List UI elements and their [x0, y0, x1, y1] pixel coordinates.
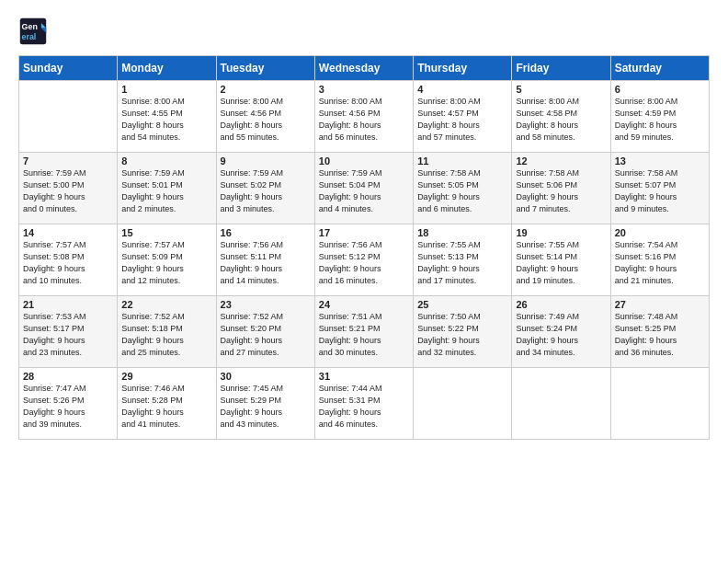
- day-info: Sunrise: 7:59 AM Sunset: 5:01 PM Dayligh…: [121, 167, 211, 215]
- day-info: Sunrise: 8:00 AM Sunset: 4:56 PM Dayligh…: [221, 96, 311, 144]
- day-info: Sunrise: 7:55 AM Sunset: 5:13 PM Dayligh…: [417, 239, 507, 287]
- calendar-cell: 29Sunrise: 7:46 AM Sunset: 5:28 PM Dayli…: [118, 368, 216, 440]
- day-number: 14: [23, 227, 113, 238]
- day-info: Sunrise: 8:00 AM Sunset: 4:58 PM Dayligh…: [516, 96, 606, 144]
- calendar-cell: 18Sunrise: 7:55 AM Sunset: 5:13 PM Dayli…: [414, 224, 512, 296]
- calendar-cell: [512, 368, 610, 440]
- calendar-cell: 30Sunrise: 7:45 AM Sunset: 5:29 PM Dayli…: [216, 368, 314, 440]
- day-info: Sunrise: 7:49 AM Sunset: 5:24 PM Dayligh…: [516, 311, 606, 359]
- day-info: Sunrise: 7:56 AM Sunset: 5:11 PM Dayligh…: [221, 239, 311, 287]
- day-number: 20: [615, 227, 705, 238]
- calendar-table: SundayMondayTuesdayWednesdayThursdayFrid…: [18, 55, 710, 440]
- day-number: 11: [417, 155, 507, 167]
- day-info: Sunrise: 8:00 AM Sunset: 4:57 PM Dayligh…: [417, 96, 507, 144]
- calendar-cell: 2Sunrise: 8:00 AM Sunset: 4:56 PM Daylig…: [216, 81, 314, 153]
- week-row-3: 14Sunrise: 7:57 AM Sunset: 5:08 PM Dayli…: [19, 224, 710, 296]
- col-header-thursday: Thursday: [414, 56, 512, 81]
- day-info: Sunrise: 7:57 AM Sunset: 5:08 PM Dayligh…: [23, 239, 113, 287]
- calendar-cell: 1Sunrise: 8:00 AM Sunset: 4:55 PM Daylig…: [118, 81, 216, 153]
- day-info: Sunrise: 7:55 AM Sunset: 5:14 PM Dayligh…: [516, 239, 606, 287]
- calendar-cell: 24Sunrise: 7:51 AM Sunset: 5:21 PM Dayli…: [314, 296, 413, 368]
- day-info: Sunrise: 7:44 AM Sunset: 5:31 PM Dayligh…: [319, 383, 409, 431]
- svg-text:Gen: Gen: [22, 22, 38, 31]
- calendar-cell: 9Sunrise: 7:59 AM Sunset: 5:02 PM Daylig…: [216, 153, 314, 224]
- day-info: Sunrise: 7:59 AM Sunset: 5:04 PM Dayligh…: [319, 167, 409, 215]
- day-number: 1: [121, 84, 211, 95]
- col-header-wednesday: Wednesday: [314, 56, 413, 81]
- calendar-cell: [610, 368, 709, 440]
- day-info: Sunrise: 7:54 AM Sunset: 5:16 PM Dayligh…: [615, 239, 705, 287]
- day-number: 19: [516, 227, 606, 238]
- day-info: Sunrise: 7:53 AM Sunset: 5:17 PM Dayligh…: [23, 311, 113, 359]
- calendar-cell: 23Sunrise: 7:52 AM Sunset: 5:20 PM Dayli…: [216, 296, 314, 368]
- day-number: 23: [221, 299, 311, 310]
- day-number: 15: [121, 227, 211, 238]
- svg-text:eral: eral: [22, 32, 37, 41]
- calendar-cell: 13Sunrise: 7:58 AM Sunset: 5:07 PM Dayli…: [610, 153, 709, 224]
- calendar-cell: 15Sunrise: 7:57 AM Sunset: 5:09 PM Dayli…: [118, 224, 216, 296]
- day-number: 27: [615, 299, 705, 310]
- day-number: 9: [221, 155, 311, 167]
- day-number: 10: [319, 155, 409, 167]
- calendar-cell: 14Sunrise: 7:57 AM Sunset: 5:08 PM Dayli…: [19, 224, 118, 296]
- day-number: 18: [417, 227, 507, 238]
- col-header-saturday: Saturday: [610, 56, 709, 81]
- day-info: Sunrise: 7:58 AM Sunset: 5:05 PM Dayligh…: [417, 167, 507, 215]
- calendar-cell: 17Sunrise: 7:56 AM Sunset: 5:12 PM Dayli…: [314, 224, 413, 296]
- day-number: 2: [221, 84, 311, 95]
- week-row-2: 7Sunrise: 7:59 AM Sunset: 5:00 PM Daylig…: [19, 153, 710, 224]
- day-info: Sunrise: 7:48 AM Sunset: 5:25 PM Dayligh…: [615, 311, 705, 359]
- calendar-cell: 31Sunrise: 7:44 AM Sunset: 5:31 PM Dayli…: [314, 368, 413, 440]
- calendar-cell: 19Sunrise: 7:55 AM Sunset: 5:14 PM Dayli…: [512, 224, 610, 296]
- day-info: Sunrise: 7:59 AM Sunset: 5:02 PM Dayligh…: [221, 167, 311, 215]
- day-info: Sunrise: 7:52 AM Sunset: 5:18 PM Dayligh…: [121, 311, 211, 359]
- day-number: 22: [121, 299, 211, 310]
- logo-icon: Gen eral: [18, 17, 48, 46]
- col-header-sunday: Sunday: [19, 56, 118, 81]
- calendar-cell: 3Sunrise: 8:00 AM Sunset: 4:56 PM Daylig…: [314, 81, 413, 153]
- day-number: 26: [516, 299, 606, 310]
- calendar-cell: [414, 368, 512, 440]
- week-row-5: 28Sunrise: 7:47 AM Sunset: 5:26 PM Dayli…: [19, 368, 710, 440]
- day-info: Sunrise: 8:00 AM Sunset: 4:59 PM Dayligh…: [615, 96, 705, 144]
- day-number: 17: [319, 227, 409, 238]
- day-info: Sunrise: 8:00 AM Sunset: 4:55 PM Dayligh…: [121, 96, 211, 144]
- calendar-cell: 7Sunrise: 7:59 AM Sunset: 5:00 PM Daylig…: [19, 153, 118, 224]
- day-number: 12: [516, 155, 606, 167]
- day-info: Sunrise: 7:57 AM Sunset: 5:09 PM Dayligh…: [121, 239, 211, 287]
- day-info: Sunrise: 8:00 AM Sunset: 4:56 PM Dayligh…: [319, 96, 409, 144]
- day-info: Sunrise: 7:58 AM Sunset: 5:06 PM Dayligh…: [516, 167, 606, 215]
- day-info: Sunrise: 7:46 AM Sunset: 5:28 PM Dayligh…: [121, 383, 211, 431]
- day-number: 21: [23, 299, 113, 310]
- day-info: Sunrise: 7:59 AM Sunset: 5:00 PM Dayligh…: [23, 167, 113, 215]
- day-number: 7: [23, 155, 113, 167]
- day-number: 5: [516, 84, 606, 95]
- calendar-cell: 8Sunrise: 7:59 AM Sunset: 5:01 PM Daylig…: [118, 153, 216, 224]
- calendar-cell: 27Sunrise: 7:48 AM Sunset: 5:25 PM Dayli…: [610, 296, 709, 368]
- day-info: Sunrise: 7:50 AM Sunset: 5:22 PM Dayligh…: [417, 311, 507, 359]
- day-number: 30: [221, 371, 311, 382]
- calendar-cell: 5Sunrise: 8:00 AM Sunset: 4:58 PM Daylig…: [512, 81, 610, 153]
- day-info: Sunrise: 7:56 AM Sunset: 5:12 PM Dayligh…: [319, 239, 409, 287]
- calendar-cell: 12Sunrise: 7:58 AM Sunset: 5:06 PM Dayli…: [512, 153, 610, 224]
- day-number: 3: [319, 84, 409, 95]
- calendar-cell: 22Sunrise: 7:52 AM Sunset: 5:18 PM Dayli…: [118, 296, 216, 368]
- calendar-cell: 4Sunrise: 8:00 AM Sunset: 4:57 PM Daylig…: [414, 81, 512, 153]
- calendar-cell: 6Sunrise: 8:00 AM Sunset: 4:59 PM Daylig…: [610, 81, 709, 153]
- day-number: 16: [221, 227, 311, 238]
- calendar-cell: 21Sunrise: 7:53 AM Sunset: 5:17 PM Dayli…: [19, 296, 118, 368]
- day-info: Sunrise: 7:47 AM Sunset: 5:26 PM Dayligh…: [23, 383, 113, 431]
- logo: Gen eral: [18, 17, 51, 46]
- day-number: 29: [121, 371, 211, 382]
- day-number: 13: [615, 155, 705, 167]
- day-number: 4: [417, 84, 507, 95]
- day-number: 6: [615, 84, 705, 95]
- week-row-1: 1Sunrise: 8:00 AM Sunset: 4:55 PM Daylig…: [19, 81, 710, 153]
- day-number: 24: [319, 299, 409, 310]
- col-header-tuesday: Tuesday: [216, 56, 314, 81]
- calendar-cell: [19, 81, 118, 153]
- calendar-cell: 20Sunrise: 7:54 AM Sunset: 5:16 PM Dayli…: [610, 224, 709, 296]
- day-number: 31: [319, 371, 409, 382]
- day-number: 8: [121, 155, 211, 167]
- calendar-cell: 26Sunrise: 7:49 AM Sunset: 5:24 PM Dayli…: [512, 296, 610, 368]
